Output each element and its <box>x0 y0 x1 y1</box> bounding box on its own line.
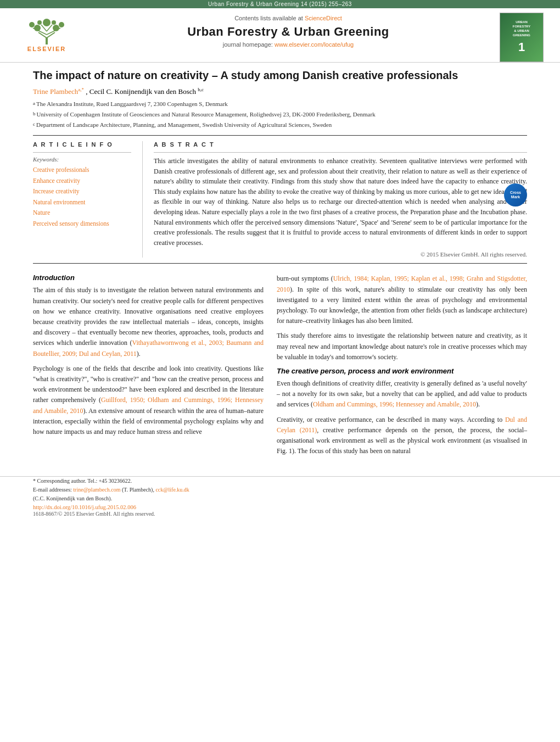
journal-cover-area: URBANFORESTRY& URBANGREENING 1 <box>494 13 549 62</box>
journal-cover-image: URBANFORESTRY& URBANGREENING 1 <box>500 13 544 62</box>
footer-doi[interactable]: http://dx.doi.org/10.1016/j.ufug.2015.02… <box>33 504 527 510</box>
svg-point-11 <box>59 22 64 27</box>
article-info-left: A R T I C L E I N F O Keywords: Creative… <box>33 141 143 258</box>
svg-rect-0 <box>46 38 48 44</box>
main-content: Introduction The aim of this study is to… <box>0 268 560 472</box>
right-para3: Even though definitions of creativity di… <box>277 378 527 410</box>
abstract-text: This article investigates the ability of… <box>154 156 527 248</box>
doi-text: Urban Forestry & Urban Greening 14 (2015… <box>208 1 352 7</box>
affil-a: a The Alexandra Institute, Rued Langgaar… <box>33 99 527 109</box>
keyword-2: Enhance creativity <box>33 176 131 187</box>
right-column: burn-out symptoms (Ulrich, 1984; Kaplan,… <box>277 274 527 461</box>
svg-point-7 <box>43 19 51 26</box>
ref-oldham: Oldham and Cummings, 1996; Hennessey and… <box>313 400 476 408</box>
svg-point-8 <box>34 25 41 31</box>
ref-ulrich: Ulrich, 1984; Kaplan, 1995; Kaplan et al… <box>277 275 527 293</box>
footer-email1[interactable]: trine@plambech.com <box>73 487 120 493</box>
right-para4: Creativity, or creative performance, can… <box>277 415 527 457</box>
sciencedirect-link[interactable]: ScienceDirect <box>305 15 342 21</box>
intro-para2: Psychology is one of the fields that des… <box>33 364 264 437</box>
crossmark-area: CrossMark <box>504 183 527 207</box>
svg-point-12 <box>37 20 42 25</box>
ref-dul: Dul and Ceylan (2011) <box>277 416 527 434</box>
intro-para1: The aim of this study is to investigate … <box>33 285 264 359</box>
article-info-row: A R T I C L E I N F O Keywords: Creative… <box>33 135 527 264</box>
article-info-title: A R T I C L E I N F O <box>33 141 131 148</box>
copyright: © 2015 Elsevier GmbH. All rights reserve… <box>154 251 527 258</box>
keyword-1: Creative professionals <box>33 165 131 176</box>
contents-line: Contents lists available at ScienceDirec… <box>82 15 494 21</box>
keyword-5: Nature <box>33 208 131 219</box>
abstract-title: A B S T R A C T <box>154 141 527 148</box>
subsection-heading: The creative person, process and work en… <box>277 367 527 375</box>
abstract-section: A B S T R A C T This article investigate… <box>143 141 527 258</box>
footer-issn: 1618-8667/© 2015 Elsevier GmbH. All righ… <box>33 511 527 517</box>
elsevier-label: ELSEVIER <box>27 46 66 52</box>
affil-c: c Department of Landscape Architecture, … <box>33 120 527 130</box>
doi-bar: Urban Forestry & Urban Greening 14 (2015… <box>0 0 560 8</box>
affil-b: b University of Copenhagen Institute of … <box>33 110 527 120</box>
ref-guilford: Guillford, 1950; Oldham and Cummings, 19… <box>33 396 264 414</box>
svg-line-1 <box>38 32 47 38</box>
keyword-3: Increase creativity <box>33 186 131 197</box>
footer-email2[interactable]: cck@life.ku.dk <box>155 487 189 493</box>
right-para1: burn-out symptoms (Ulrich, 1984; Kaplan,… <box>277 274 527 326</box>
ref-vithaya: Vithayathawornwong et al., 2003; Baumann… <box>33 339 264 357</box>
keywords-label: Keywords: <box>33 156 131 163</box>
homepage-link[interactable]: www.elsevier.com/locate/ufug <box>275 41 354 48</box>
svg-line-2 <box>47 32 55 38</box>
journal-title: Urban Forestry & Urban Greening <box>82 25 494 39</box>
svg-point-9 <box>53 25 59 31</box>
keyword-6: Perceived sensory dimensions <box>33 219 131 230</box>
elsevier-tree-icon <box>22 17 71 46</box>
abstract-divider <box>154 152 527 153</box>
right-para2: This study therefore aims to investigate… <box>277 331 527 362</box>
journal-header: ELSEVIER Contents lists available at Sci… <box>0 8 560 63</box>
divider <box>33 152 131 153</box>
elsevier-logo: ELSEVIER <box>11 13 82 57</box>
svg-point-10 <box>29 22 35 27</box>
introduction-heading: Introduction <box>33 274 264 282</box>
cover-title: URBANFORESTRY& URBANGREENING <box>513 20 530 37</box>
article-section: The impact of nature on creativity – A s… <box>0 68 560 264</box>
left-column: Introduction The aim of this study is to… <box>33 274 264 461</box>
journal-homepage: journal homepage: www.elsevier.com/locat… <box>82 41 494 48</box>
cover-issue-number: 1 <box>518 40 525 54</box>
affiliations-section: a The Alexandra Institute, Rued Langgaar… <box>33 99 527 130</box>
crossmark-badge: CrossMark <box>504 183 527 207</box>
authors-line: Trine Plambecha,* , Cecil C. Konijnendij… <box>33 87 527 96</box>
keywords-list: Creative professionals Enhance creativit… <box>33 165 131 229</box>
keyword-4: Natural environment <box>33 197 131 208</box>
journal-center-info: Contents lists available at ScienceDirec… <box>82 13 494 50</box>
footer-corresponding: * Corresponding author. Tel.: +45 302366… <box>33 477 527 503</box>
svg-point-13 <box>52 20 56 25</box>
author1: Trine Plambecha,* <box>33 87 86 96</box>
article-title: The impact of nature on creativity – A s… <box>33 68 472 82</box>
footer-section: * Corresponding author. Tel.: +45 302366… <box>0 476 560 522</box>
